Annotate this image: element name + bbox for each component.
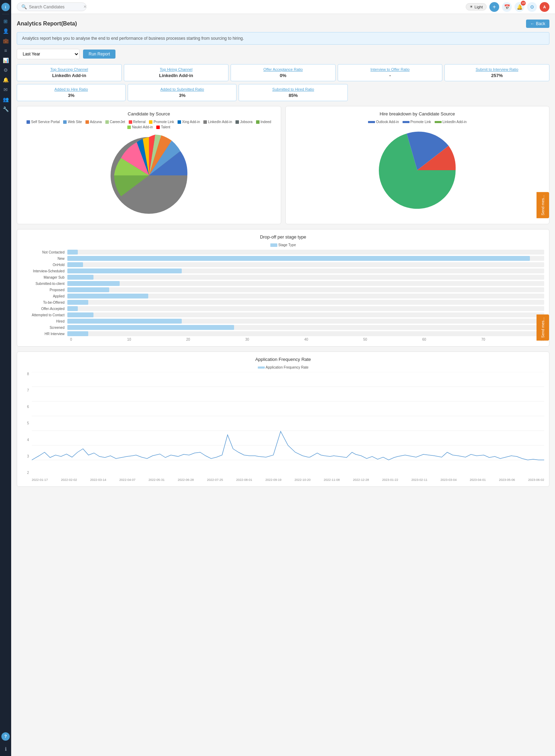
theme-toggle[interactable]: ☀ Light	[466, 3, 487, 10]
sidebar: i ⊞ 👤 💼 ≡ 📊 ⚙ 🔔 ✉ 👥 🔧 ? ℹ	[0, 0, 11, 756]
chart2-legend: Outlook Add-in Promote Link LinkedIn Add…	[291, 120, 545, 124]
metrics-row-2: Added to Hire Ratio 3% Added to Submitte…	[17, 84, 549, 101]
info-text: Analytics report helps you to analyse th…	[22, 36, 244, 41]
help-icon[interactable]: ?	[1, 732, 10, 741]
metrics-row-1: Top Sourcing Channel LinkedIn Add-in Top…	[17, 64, 549, 81]
metric-label-4[interactable]: Submit to Interview Ratio	[449, 67, 545, 71]
search-clear-icon[interactable]: ✕	[83, 5, 87, 9]
app-logo[interactable]: i	[1, 3, 10, 11]
metric-value-5: 3%	[21, 93, 121, 98]
header: 🔍 ✕ ☀ Light + 📅 🔔 18 ⚙ A	[11, 0, 555, 14]
line-chart-title: Application Frequency Rate	[22, 357, 544, 362]
content-area: Analytics Report(Beta) ← Back Analytics …	[11, 14, 555, 756]
header-right: ☀ Light + 📅 🔔 18 ⚙ A	[466, 2, 549, 12]
sidebar-item-dashboard[interactable]: ⊞	[1, 17, 10, 25]
metric-value-1: LinkedIn Add-in	[128, 73, 224, 78]
sidebar-divider-1	[2, 14, 9, 14]
line-chart-card: Application Frequency Rate Application F…	[17, 351, 549, 487]
charts-row: Candidate by Source Self Service Portal …	[17, 106, 549, 224]
line-legend-label: Application Frequency Rate	[266, 365, 309, 369]
y-axis: 8 7 6 5 4 3 2	[22, 372, 29, 482]
metric-label-3[interactable]: Interview to Offer Ratio	[342, 67, 438, 71]
bar-row-manager-sub: Manager Sub	[22, 275, 544, 280]
main-area: 🔍 ✕ ☀ Light + 📅 🔔 18 ⚙ A Analytics Repor…	[11, 0, 555, 756]
sidebar-item-messages[interactable]: ✉	[1, 85, 10, 94]
metric-submitted-hired: Submitted to Hired Ratio 85%	[239, 84, 347, 101]
calendar-button[interactable]: 📅	[502, 2, 512, 12]
bar-row-proposed: Proposed	[22, 287, 544, 292]
metric-added-hire: Added to Hire Ratio 3%	[17, 84, 126, 101]
metric-value-4: 257%	[449, 73, 545, 78]
notification-button[interactable]: 🔔 18	[515, 2, 524, 12]
bar-row-submitted-client: Submitted-to-client	[22, 281, 544, 286]
metric-label-1[interactable]: Top Hiring Channel	[128, 67, 224, 71]
hire-breakdown-chart: Hire breakdown by Candidate Source Outlo…	[285, 106, 550, 224]
bar-row-new: New	[22, 256, 544, 261]
sidebar-item-candidates[interactable]: 👤	[1, 27, 10, 35]
settings-button[interactable]: ⚙	[527, 2, 537, 12]
metric-label-6[interactable]: Added to Submitted Ratio	[132, 87, 232, 91]
metric-label-5[interactable]: Added to Hire Ratio	[21, 87, 121, 91]
metric-label-0[interactable]: Top Sourcing Channel	[21, 67, 117, 71]
candidate-source-chart: Candidate by Source Self Service Portal …	[17, 106, 281, 224]
metric-added-submitted: Added to Submitted Ratio 3%	[128, 84, 237, 101]
sidebar-item-teams[interactable]: 👥	[1, 95, 10, 104]
chart1-title: Candidate by Source	[22, 111, 276, 116]
metric-label-7[interactable]: Submitted to Hired Ratio	[243, 87, 343, 91]
chart2-title: Hire breakdown by Candidate Source	[291, 111, 545, 116]
metric-value-0: LinkedIn Add-in	[21, 73, 117, 78]
line-chart-legend: Application Frequency Rate	[22, 365, 544, 369]
bar-chart-card: Drop-off per stage type Stage Type Not C…	[17, 229, 549, 347]
bar-row-hr-interview: HR Interview	[22, 331, 544, 336]
metric-offer-acceptance: Offer Acceptance Ratio 0%	[231, 64, 336, 81]
sidebar-item-help2[interactable]: ℹ	[1, 745, 10, 753]
bar-legend-label: Stage Type	[278, 243, 296, 247]
sidebar-item-settings[interactable]: ⚙	[1, 66, 10, 74]
bar-row-interview-scheduled: Interview-Scheduled	[22, 269, 544, 273]
send-message-button-2[interactable]: Send mes...	[537, 315, 549, 341]
metric-label-2[interactable]: Offer Acceptance Ratio	[235, 67, 331, 71]
bar-row-screened: Screened	[22, 325, 544, 330]
x-axis-line: 2022-01-17 2022-02-02 2022-03-14 2022-04…	[32, 478, 544, 482]
chart1-pie	[22, 132, 276, 219]
x-axis: 0 10 20 30 40 50 60 70 80	[70, 338, 544, 341]
metric-value-2: 0%	[235, 73, 331, 78]
bar-row-onhold: OnHold	[22, 262, 544, 267]
send-message-button-1[interactable]: Send mes...	[537, 192, 549, 218]
bar-row-offer-accepted: Offer-Accepted	[22, 306, 544, 311]
search-input[interactable]	[29, 5, 81, 9]
bar-chart-title: Drop-off per stage type	[22, 234, 544, 240]
avatar[interactable]: A	[540, 2, 549, 12]
add-button[interactable]: +	[489, 2, 499, 12]
page-header: Analytics Report(Beta) ← Back	[17, 20, 549, 28]
sidebar-item-analytics[interactable]: 📊	[1, 56, 10, 65]
sidebar-item-tools[interactable]: 🔧	[1, 105, 10, 113]
back-label: Back	[536, 21, 545, 26]
sidebar-item-notifications[interactable]: 🔔	[1, 76, 10, 84]
metric-value-7: 85%	[243, 93, 343, 98]
metric-value-6: 3%	[132, 93, 232, 98]
bar-row-not-contacted: Not Contacted	[22, 250, 544, 255]
sidebar-item-pipelines[interactable]: ≡	[1, 46, 10, 55]
bar-row-applied: Applied	[22, 294, 544, 298]
back-icon: ←	[530, 21, 534, 26]
metric-top-sourcing: Top Sourcing Channel LinkedIn Add-in	[17, 64, 122, 81]
run-report-button[interactable]: Run Report	[83, 50, 115, 59]
sidebar-item-jobs[interactable]: 💼	[1, 37, 10, 45]
notification-badge: 18	[521, 1, 526, 6]
bar-row-attempted: Attempted to Contact	[22, 312, 544, 317]
metric-top-hiring: Top Hiring Channel LinkedIn Add-in	[124, 64, 229, 81]
sun-icon: ☀	[470, 5, 473, 9]
search-icon: 🔍	[21, 4, 27, 9]
theme-label: Light	[474, 5, 483, 9]
date-range-select[interactable]: Last Year Last Year This Year Last Month…	[17, 49, 80, 59]
search-box[interactable]: 🔍 ✕	[17, 2, 87, 11]
chart2-pie	[291, 127, 545, 214]
line-chart-svg-container: 2022-01-17 2022-02-02 2022-03-14 2022-04…	[32, 372, 544, 482]
info-box: Analytics report helps you to analyse th…	[17, 32, 549, 45]
back-button[interactable]: ← Back	[526, 20, 549, 28]
bar-chart-legend: Stage Type	[22, 243, 544, 247]
bar-row-to-be-offered: To-be-Offered	[22, 300, 544, 305]
bar-row-hired: Hired	[22, 319, 544, 324]
metric-submit-interview: Submit to Interview Ratio 257%	[444, 64, 549, 81]
